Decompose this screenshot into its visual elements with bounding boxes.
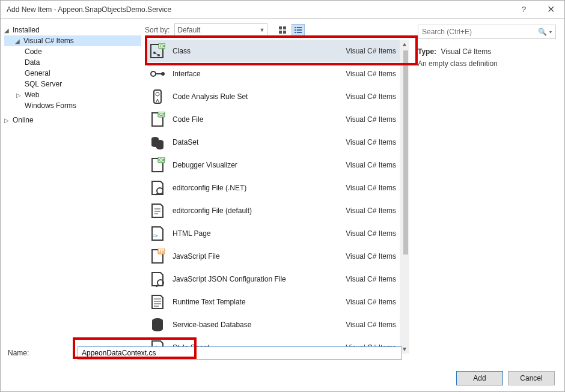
js-icon: JS (148, 247, 166, 265)
template-lang: Visual C# Items (346, 161, 399, 169)
description: An empty class definition (418, 59, 556, 68)
svg-text:C#: C# (160, 44, 165, 48)
template-name: JavaScript JSON Configuration File (173, 275, 346, 283)
svg-rect-3 (283, 31, 286, 34)
json-icon (148, 270, 166, 288)
template-row[interactable]: InterfaceVisual C# Items (145, 62, 409, 85)
close-button[interactable]: ✕ (537, 1, 564, 19)
svg-rect-7 (297, 29, 302, 31)
template-name: Class (173, 47, 346, 55)
template-name: editorconfig File (default) (173, 207, 346, 215)
template-name: Runtime Text Template (173, 298, 346, 306)
html-icon: <> (148, 225, 166, 243)
template-column: Sort by: Default ▼ C#ClassVisual C# Item… (145, 19, 409, 354)
template-lang: Visual C# Items (346, 321, 399, 329)
tree-csharp-items[interactable]: ◢ Visual C# Items (4, 35, 141, 46)
tree-item-general[interactable]: General (4, 68, 141, 79)
template-lang: Visual C# Items (346, 298, 399, 306)
svg-rect-19 (154, 90, 161, 103)
template-row[interactable]: C#Code FileVisual C# Items (145, 108, 409, 131)
template-lang: Visual C# Items (346, 229, 399, 238)
template-name: Debugger Visualizer (173, 161, 346, 169)
scroll-up-icon[interactable]: ▲ (402, 41, 408, 47)
svg-point-18 (161, 72, 165, 76)
template-name: Code File (173, 115, 346, 124)
template-lang: Visual C# Items (346, 252, 399, 261)
name-input[interactable] (78, 346, 402, 360)
tree-label: Code (25, 47, 42, 56)
svg-rect-6 (295, 29, 296, 31)
svg-point-16 (151, 71, 156, 76)
type-label: Type: (418, 47, 436, 56)
chevron-right-icon: ▷ (16, 92, 25, 98)
search-input[interactable] (422, 28, 538, 36)
template-lang: Visual C# Items (346, 184, 399, 192)
template-lang: Visual C# Items (346, 207, 399, 215)
add-button[interactable]: Add (456, 371, 503, 385)
database-icon (148, 316, 166, 334)
debugviz-icon: C# (148, 156, 166, 174)
sort-bar: Sort by: Default ▼ (145, 23, 409, 40)
cancel-button[interactable]: Cancel (508, 371, 555, 385)
template-lang: Visual C# Items (346, 275, 399, 283)
svg-line-15 (154, 53, 159, 55)
details-panel: 🔍 ▾ Type: Visual C# Items An empty class… (409, 19, 564, 354)
svg-rect-0 (279, 26, 282, 29)
tree-online[interactable]: ▷ Online (4, 115, 141, 125)
help-button[interactable]: ? (510, 1, 537, 19)
search-box[interactable]: 🔍 ▾ (418, 25, 556, 39)
category-tree: ◢ Installed ◢ Visual C# Items CodeDataGe… (1, 19, 145, 354)
dataset-icon (148, 133, 166, 151)
scroll-thumb[interactable] (403, 50, 408, 255)
tree-label: SQL Server (25, 80, 62, 88)
tree-installed[interactable]: ◢ Installed (4, 25, 141, 35)
class-icon: C# (148, 42, 166, 60)
template-row[interactable]: editorconfig File (.NET)Visual C# Items (145, 176, 409, 199)
sort-combo[interactable]: Default ▼ (174, 23, 267, 36)
template-row[interactable]: Service-based DatabaseVisual C# Items (145, 313, 409, 336)
template-scroll[interactable]: C#ClassVisual C# ItemsInterfaceVisual C#… (145, 40, 409, 354)
template-name: DataSet (173, 138, 346, 146)
template-row[interactable]: <>HTML PageVisual C# Items (145, 222, 409, 245)
template-list: C#ClassVisual C# ItemsInterfaceVisual C#… (145, 40, 409, 354)
template-lang: Visual C# Items (346, 92, 399, 101)
template-row[interactable]: Runtime Text TemplateVisual C# Items (145, 291, 409, 313)
svg-text:C#: C# (159, 112, 165, 116)
template-icon (148, 293, 166, 311)
editorconfig-icon (148, 179, 166, 197)
template-row[interactable]: editorconfig File (default)Visual C# Ite… (145, 199, 409, 222)
tree-item-windows-forms[interactable]: Windows Forms (4, 100, 141, 111)
ruleset-icon (148, 88, 166, 106)
chevron-right-icon: ▷ (4, 117, 13, 124)
template-row[interactable]: Code Analysis Rule SetVisual C# Items (145, 85, 409, 108)
name-bar: Name: (1, 341, 564, 365)
svg-rect-4 (295, 27, 296, 28)
template-row[interactable]: JSJavaScript FileVisual C# Items (145, 245, 409, 268)
chevron-down-icon: ◢ (4, 27, 13, 34)
template-row[interactable]: C#Debugger VisualizerVisual C# Items (145, 154, 409, 176)
scrollbar[interactable]: ▲ ▼ (400, 40, 409, 354)
interface-icon (148, 65, 166, 83)
svg-rect-9 (297, 32, 302, 33)
tree-item-code[interactable]: Code (4, 46, 141, 57)
svg-rect-8 (295, 32, 296, 33)
template-name: Service-based Database (173, 321, 346, 329)
tree-item-data[interactable]: Data (4, 57, 141, 68)
svg-text:JS: JS (159, 249, 165, 253)
codefile-icon: C# (148, 110, 166, 128)
window-controls: ? ✕ (510, 1, 564, 19)
svg-point-27 (157, 188, 163, 194)
template-row[interactable]: JavaScript JSON Configuration FileVisual… (145, 268, 409, 291)
dialog-buttons: Add Cancel (456, 371, 555, 385)
tree-item-sql-server[interactable]: SQL Server (4, 79, 141, 89)
svg-text:C#: C# (159, 158, 165, 162)
tree-label: Windows Forms (25, 101, 76, 110)
view-tiles-button[interactable] (276, 24, 289, 36)
template-row[interactable]: C#ClassVisual C# Items (145, 40, 409, 62)
type-line: Type: Visual C# Items (418, 47, 556, 56)
template-name: HTML Page (173, 229, 346, 238)
template-name: Code Analysis Rule Set (173, 92, 346, 101)
view-list-button[interactable] (292, 24, 305, 36)
tree-item-web[interactable]: ▷Web (4, 89, 141, 100)
template-row[interactable]: DataSetVisual C# Items (145, 131, 409, 154)
